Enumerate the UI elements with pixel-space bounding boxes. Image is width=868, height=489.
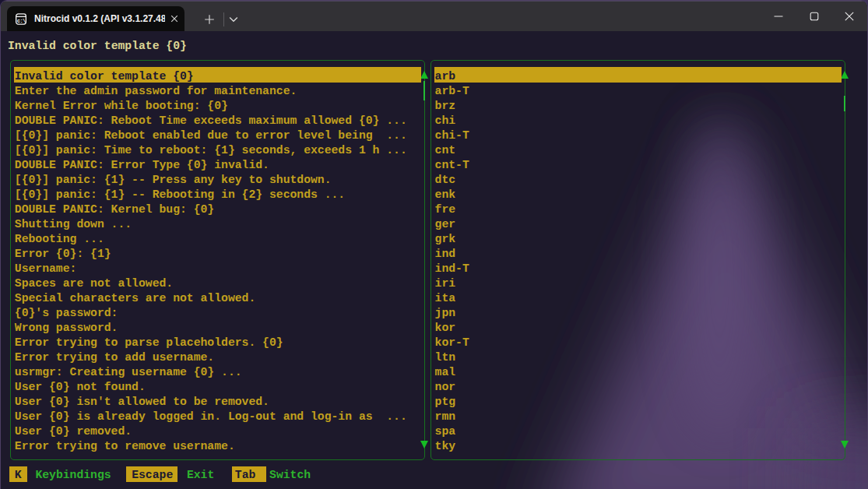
svg-text:c:\: c:\ (17, 18, 26, 24)
